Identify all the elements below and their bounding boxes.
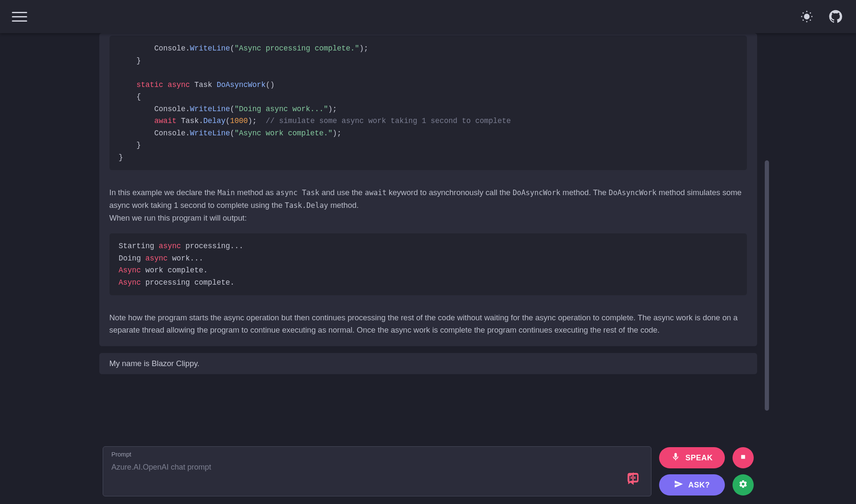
- send-icon: [674, 479, 683, 491]
- settings-button[interactable]: [733, 474, 754, 496]
- svg-line-3: [803, 13, 804, 14]
- code-block-output: Starting async processing... Doing async…: [109, 233, 747, 295]
- user-message: My name is Blazor Clippy.: [99, 353, 757, 374]
- theme-toggle-icon[interactable]: [798, 8, 815, 25]
- code-block-csharp: Console.WriteLine("Async processing comp…: [109, 36, 747, 170]
- menu-icon[interactable]: [12, 9, 27, 24]
- svg-point-0: [805, 14, 809, 19]
- assistant-message: Console.WriteLine("Async processing comp…: [99, 33, 757, 346]
- ask-button[interactable]: ASK?: [659, 474, 725, 496]
- stop-button[interactable]: [733, 447, 754, 468]
- gear-icon: [738, 479, 748, 490]
- svg-line-4: [810, 20, 811, 21]
- stop-icon: [738, 452, 748, 463]
- explanation-1: In this example we declare the Main meth…: [99, 180, 757, 226]
- prompt-input[interactable]: Prompt Azure.AI.OpenAI chat prompt: [103, 446, 651, 496]
- svg-line-8: [810, 13, 811, 14]
- svg-rect-13: [741, 455, 745, 459]
- svg-line-7: [803, 20, 804, 21]
- chat-scroll[interactable]: Console.WriteLine("Async processing comp…: [99, 33, 757, 440]
- speak-button[interactable]: SPEAK: [659, 447, 725, 468]
- input-bar: Prompt Azure.AI.OpenAI chat prompt: [103, 446, 754, 496]
- explanation-2: Note how the program starts the async op…: [99, 305, 757, 346]
- topbar: [0, 0, 856, 33]
- main-content: Console.WriteLine("Async processing comp…: [0, 33, 856, 504]
- voice-wave-icon[interactable]: [626, 470, 641, 487]
- scrollbar[interactable]: [765, 160, 769, 411]
- prompt-label: Prompt: [112, 451, 132, 458]
- github-icon[interactable]: [827, 8, 844, 25]
- microphone-icon: [671, 452, 680, 464]
- topbar-actions: [798, 8, 844, 25]
- prompt-placeholder: Azure.AI.OpenAI chat prompt: [112, 463, 211, 472]
